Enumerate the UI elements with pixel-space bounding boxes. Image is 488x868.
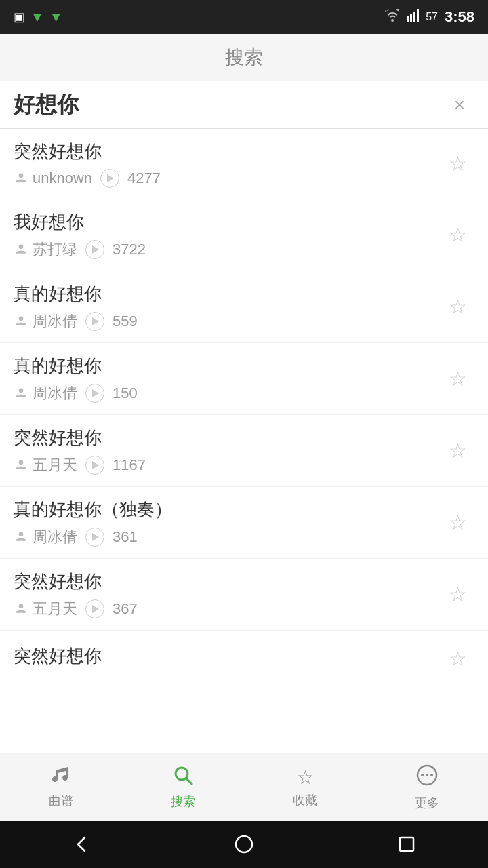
favorite-button[interactable]: ☆: [441, 434, 474, 468]
favorite-button[interactable]: ☆: [441, 218, 474, 252]
scores-icon: [50, 766, 72, 789]
star-icon: ☆: [449, 439, 467, 462]
result-meta: 苏打绿 3722: [14, 239, 441, 260]
result-content: 真的好想你 周冰倩 150: [14, 354, 441, 403]
nav-item-search[interactable]: 搜索: [122, 753, 244, 821]
more-icon: [415, 764, 439, 791]
page-title: 搜索: [225, 45, 263, 71]
result-content: 突然好想你 五月天 367: [14, 570, 441, 619]
result-title: 突然好想你: [14, 140, 441, 163]
person-icon: [14, 314, 28, 329]
nav-item-favorites[interactable]: ☆ 收藏: [244, 753, 366, 821]
back-button[interactable]: [61, 831, 102, 858]
result-content: 真的好想你 周冰倩 559: [14, 282, 441, 332]
svg-point-17: [236, 836, 252, 852]
battery-indicator: 57: [426, 11, 438, 23]
star-icon: ☆: [449, 647, 467, 671]
star-icon: ☆: [449, 511, 467, 534]
favorite-button[interactable]: ☆: [441, 578, 474, 612]
result-content: 我好想你 苏打绿 3722: [14, 210, 441, 260]
list-item[interactable]: 真的好想你 周冰倩 559 ☆: [0, 271, 488, 343]
results-list: 突然好想你 unknown 4277 ☆ 我好想你: [0, 129, 488, 753]
list-item[interactable]: 我好想你 苏打绿 3722 ☆: [0, 199, 488, 271]
home-button[interactable]: [224, 831, 264, 858]
search-bar[interactable]: 好想你 ×: [0, 81, 488, 129]
nav-item-scores[interactable]: 曲谱: [0, 753, 122, 821]
artist-name: 五月天: [33, 455, 77, 475]
svg-rect-0: [407, 16, 409, 22]
status-bar: ▣ ▼ ▼ 57 3:58: [0, 0, 488, 34]
play-triangle: [92, 389, 99, 397]
wifi-icon: [385, 9, 400, 25]
svg-point-16: [430, 774, 433, 776]
search-icon: [173, 765, 193, 790]
artist-info: 五月天: [14, 599, 77, 619]
result-title: 突然好想你: [14, 570, 441, 593]
artist-name: 苏打绿: [33, 239, 77, 260]
system-nav: [0, 821, 488, 868]
nav-item-more[interactable]: 更多: [366, 753, 488, 821]
result-meta: 周冰倩 361: [14, 527, 441, 547]
favorite-button[interactable]: ☆: [441, 362, 474, 396]
result-title: 突然好想你: [14, 426, 441, 450]
play-triangle: [92, 533, 99, 541]
svg-line-12: [186, 778, 192, 784]
result-title: 真的好想你（独奏）: [14, 498, 441, 521]
favorites-label: 收藏: [293, 792, 317, 808]
list-item[interactable]: 真的好想你（独奏） 周冰倩 361 ☆: [0, 487, 488, 559]
artist-info: 周冰倩: [14, 311, 77, 332]
result-meta: 周冰倩 150: [14, 383, 441, 403]
svg-point-5: [19, 245, 24, 250]
result-meta: 五月天 1167: [14, 455, 441, 475]
more-label: 更多: [415, 795, 439, 811]
artist-info: unknown: [14, 170, 92, 187]
bottom-nav: 曲谱 搜索 ☆ 收藏 更多: [0, 753, 488, 821]
result-content: 突然好想你 unknown 4277: [14, 140, 441, 188]
play-triangle: [92, 461, 99, 469]
svg-point-4: [19, 174, 24, 178]
result-title: 突然好想你: [14, 644, 441, 668]
play-triangle: [92, 317, 99, 326]
artist-info: 周冰倩: [14, 527, 77, 547]
clear-button[interactable]: ×: [445, 90, 474, 120]
star-icon: ☆: [449, 152, 467, 176]
star-icon: ☆: [449, 367, 467, 391]
list-item[interactable]: 突然好想你 unknown 4277 ☆: [0, 129, 488, 199]
play-icon: [85, 456, 104, 475]
svg-point-9: [19, 532, 24, 537]
favorite-button[interactable]: ☆: [441, 290, 474, 324]
play-count: 367: [113, 600, 138, 618]
favorite-button[interactable]: ☆: [441, 642, 474, 675]
notification-icon-1: ▼: [30, 9, 44, 25]
list-item[interactable]: 突然好想你 五月天 1167 ☆: [0, 415, 488, 487]
favorite-button[interactable]: ☆: [441, 506, 474, 540]
svg-point-15: [426, 774, 428, 776]
list-item[interactable]: 突然好想你 ☆: [0, 631, 488, 681]
scores-label: 曲谱: [49, 793, 73, 809]
person-icon: [14, 171, 28, 186]
favorite-button[interactable]: ☆: [441, 147, 474, 181]
result-content: 突然好想你 五月天 1167: [14, 426, 441, 475]
artist-info: 五月天: [14, 455, 77, 475]
artist-name: 五月天: [33, 599, 77, 619]
artist-name: unknown: [33, 170, 92, 187]
person-icon: [14, 242, 28, 257]
recent-button[interactable]: [386, 831, 427, 858]
artist-name: 周冰倩: [33, 383, 77, 403]
result-content: 突然好想你: [14, 644, 441, 673]
play-count: 3722: [113, 241, 146, 258]
list-item[interactable]: 真的好想你 周冰倩 150 ☆: [0, 343, 488, 415]
artist-info: 苏打绿: [14, 239, 77, 260]
title-bar: 搜索: [0, 34, 488, 81]
list-item[interactable]: 突然好想你 五月天 367 ☆: [0, 559, 488, 631]
play-icon: [85, 240, 104, 259]
play-triangle: [92, 245, 99, 254]
favorites-icon: ☆: [297, 766, 314, 789]
artist-name: 周冰倩: [33, 527, 77, 547]
star-icon: ☆: [449, 583, 467, 606]
svg-point-8: [19, 460, 24, 465]
svg-point-7: [19, 389, 24, 393]
result-content: 真的好想你（独奏） 周冰倩 361: [14, 498, 441, 547]
play-triangle: [107, 174, 114, 182]
svg-rect-18: [400, 837, 413, 851]
